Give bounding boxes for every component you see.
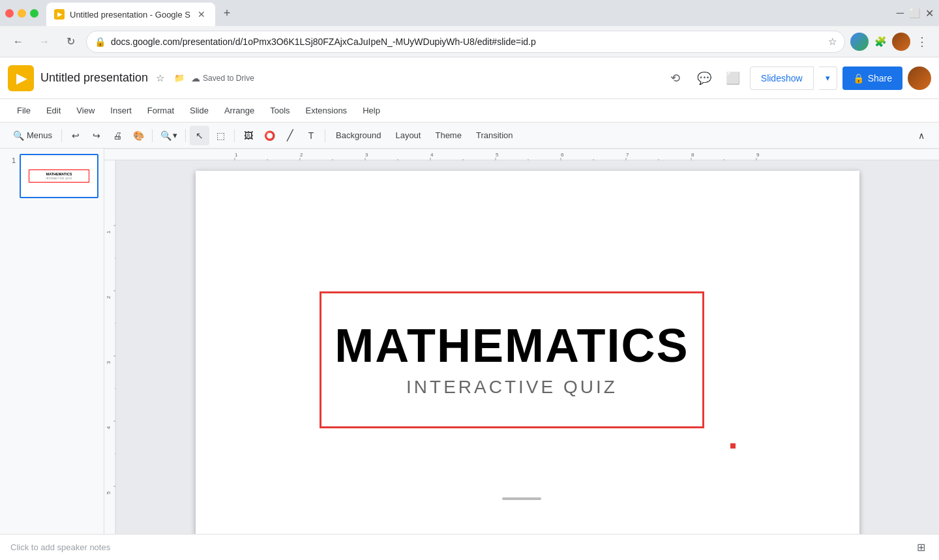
- slide-title: MATHEMATICS: [335, 322, 689, 369]
- toolbar-divider-5: [325, 129, 325, 142]
- window-restore-icon[interactable]: ⬜: [909, 8, 920, 18]
- svg-text:9: 9: [756, 152, 760, 158]
- extensions-icon[interactable]: 🧩: [871, 33, 889, 51]
- address-bar-row: ← → ↻ 🔒 docs.google.com/presentation/d/1…: [0, 26, 939, 57]
- menu-item-format[interactable]: Format: [141, 103, 181, 118]
- browser-chrome: ▶ Untitled presentation - Google S ✕ + ─…: [0, 0, 939, 26]
- star-favorite-icon[interactable]: ☆: [152, 70, 168, 86]
- svg-text:2: 2: [106, 295, 112, 299]
- zoom-icon: 🔍: [160, 130, 171, 141]
- layout-button[interactable]: Layout: [389, 126, 427, 145]
- svg-text:3: 3: [106, 361, 112, 364]
- app-body: 1 MATHEMATICS INTERACTIVE QUIZ 1 2 3 4: [0, 149, 939, 534]
- insert-line-button[interactable]: ╱: [280, 126, 300, 145]
- zoom-control[interactable]: 🔍 ▾: [156, 126, 181, 145]
- undo-button[interactable]: ↩: [66, 126, 85, 145]
- app-header-right: ⟲ 💬 ⬜ Slideshow ▾ 🔒 Share: [664, 66, 931, 90]
- svg-text:7: 7: [626, 152, 629, 158]
- red-square-element[interactable]: [730, 443, 736, 449]
- browser-tab-active[interactable]: ▶ Untitled presentation - Google S ✕: [46, 3, 215, 26]
- search-menus-btn[interactable]: 🔍 Menus: [8, 126, 57, 145]
- toolbar-divider-1: [61, 129, 62, 142]
- address-bar[interactable]: 🔒 docs.google.com/presentation/d/1oPmx3O…: [86, 31, 845, 53]
- insert-image-button[interactable]: 🖼: [239, 126, 258, 145]
- insert-textbox-button[interactable]: T: [301, 126, 321, 145]
- back-button[interactable]: ←: [8, 31, 29, 52]
- more-options-icon[interactable]: ⋮: [913, 33, 931, 51]
- thumb-title: MATHEMATICS: [46, 172, 72, 177]
- canvas-inner: 1 2 3 4 5: [104, 160, 939, 534]
- slide-thumbnail[interactable]: MATHEMATICS INTERACTIVE QUIZ: [20, 154, 98, 198]
- svg-text:2: 2: [300, 152, 303, 158]
- slide-thumb-row: 1 MATHEMATICS INTERACTIVE QUIZ: [5, 154, 98, 198]
- google-account-icon[interactable]: [850, 33, 869, 51]
- window-min-icon[interactable]: ─: [897, 7, 904, 19]
- menu-item-file[interactable]: File: [10, 103, 37, 118]
- menu-item-extensions[interactable]: Extensions: [299, 103, 354, 118]
- tab-favicon: ▶: [54, 9, 65, 20]
- ruler-vertical: 1 2 3 4 5: [104, 160, 116, 534]
- slideshow-button[interactable]: Slideshow: [750, 66, 814, 90]
- share-button[interactable]: 🔒 Share: [842, 66, 902, 90]
- menu-item-arrange[interactable]: Arrange: [218, 103, 261, 118]
- slide-subtitle: INTERACTIVE QUIZ: [406, 377, 618, 398]
- forward-button[interactable]: →: [34, 31, 55, 52]
- win-min-btn[interactable]: [18, 9, 26, 18]
- scroll-indicator: [502, 497, 541, 500]
- present-modes-icon[interactable]: ⬜: [721, 66, 745, 90]
- notes-placeholder: Click to add speaker notes: [10, 542, 110, 552]
- comments-icon[interactable]: 💬: [693, 66, 716, 90]
- slideshow-dropdown-button[interactable]: ▾: [819, 66, 837, 90]
- toolbar-divider-3: [185, 129, 186, 142]
- paint-format-button[interactable]: 🎨: [128, 126, 148, 145]
- svg-text:3: 3: [365, 152, 368, 158]
- collapse-toolbar-button[interactable]: ∧: [912, 126, 931, 145]
- svg-text:5: 5: [496, 152, 499, 158]
- slide-canvas[interactable]: MATHEMATICS INTERACTIVE QUIZ: [196, 171, 859, 534]
- history-icon[interactable]: ⟲: [664, 66, 687, 90]
- slide-content-box[interactable]: MATHEMATICS INTERACTIVE QUIZ: [320, 291, 704, 428]
- menu-item-edit[interactable]: Edit: [40, 103, 67, 118]
- refresh-button[interactable]: ↻: [60, 31, 81, 52]
- share-lock-icon: 🔒: [853, 73, 864, 83]
- svg-text:1: 1: [235, 152, 238, 158]
- background-button[interactable]: Background: [329, 126, 387, 145]
- saved-status: ☁ Saved to Drive: [191, 73, 254, 83]
- menu-item-help[interactable]: Help: [356, 103, 387, 118]
- canvas-area: 1 2 3 4 5 6 7 8 9: [104, 149, 939, 534]
- slide-scroll-area[interactable]: MATHEMATICS INTERACTIVE QUIZ: [116, 160, 939, 534]
- transition-button[interactable]: Transition: [470, 126, 520, 145]
- notes-area[interactable]: Click to add speaker notes ⊞: [0, 534, 939, 560]
- theme-button[interactable]: Theme: [428, 126, 468, 145]
- star-icon[interactable]: ☆: [828, 36, 837, 48]
- menu-item-insert[interactable]: Insert: [104, 103, 138, 118]
- doc-title: Untitled presentation: [40, 71, 148, 85]
- move-to-drive-icon[interactable]: 📁: [171, 70, 187, 86]
- collapse-notes-btn[interactable]: ⊞: [913, 540, 929, 555]
- frame-select-button[interactable]: ⬚: [211, 126, 230, 145]
- menu-item-view[interactable]: View: [70, 103, 101, 118]
- win-close-btn[interactable]: [5, 9, 14, 18]
- svg-text:1: 1: [106, 230, 112, 233]
- url-text: docs.google.com/presentation/d/1oPmx3O6K…: [111, 37, 823, 47]
- toolbar-divider-2: [152, 129, 153, 142]
- menu-item-tools[interactable]: Tools: [263, 103, 296, 118]
- menu-bar: File Edit View Insert Format Slide Arran…: [0, 99, 939, 123]
- search-icon: 🔍: [13, 130, 24, 141]
- slide-number: 1: [5, 156, 16, 164]
- user-avatar[interactable]: [908, 66, 931, 90]
- select-tool-button[interactable]: ↖: [190, 126, 209, 145]
- win-max-btn[interactable]: [30, 9, 38, 18]
- new-tab-button[interactable]: +: [218, 4, 236, 22]
- print-button[interactable]: 🖨: [108, 126, 127, 145]
- insert-shape-button[interactable]: ⭕: [260, 126, 279, 145]
- redo-button[interactable]: ↪: [87, 126, 106, 145]
- menu-item-slide[interactable]: Slide: [183, 103, 215, 118]
- app-header: ▶ Untitled presentation ☆ 📁 ☁ Saved to D…: [0, 57, 939, 99]
- svg-text:4: 4: [430, 152, 434, 158]
- tab-close-icon[interactable]: ✕: [196, 8, 207, 20]
- profile-avatar[interactable]: [892, 33, 910, 51]
- toolbar: 🔍 Menus ↩ ↪ 🖨 🎨 🔍 ▾ ↖ ⬚ 🖼 ⭕ ╱ T Backgrou…: [0, 123, 939, 149]
- window-x-icon[interactable]: ✕: [925, 7, 934, 20]
- svg-text:8: 8: [691, 152, 694, 158]
